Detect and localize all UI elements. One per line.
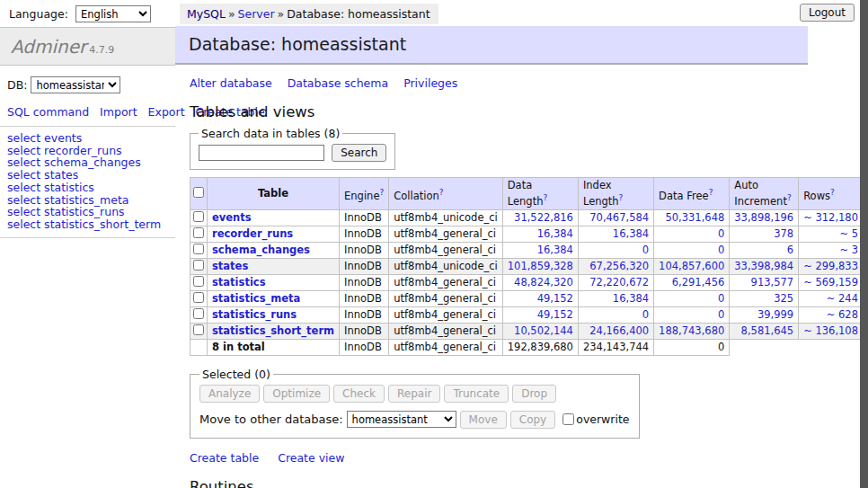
copy-button[interactable]: Copy bbox=[510, 411, 555, 429]
select-all-checkbox[interactable] bbox=[193, 187, 204, 198]
language-select[interactable]: English bbox=[75, 5, 151, 22]
auto-increment-cell-link[interactable]: 8,581,645 bbox=[741, 324, 794, 337]
rows-cell-link[interactable]: ~ 628 bbox=[827, 308, 858, 321]
overwrite-checkbox[interactable] bbox=[562, 413, 574, 425]
search-input[interactable] bbox=[199, 145, 324, 161]
rows-cell: ~ 244 bbox=[799, 290, 864, 306]
index-length-cell-link[interactable]: 16,384 bbox=[613, 227, 649, 240]
drop-button[interactable]: Drop bbox=[512, 385, 556, 403]
data-free-cell-link[interactable]: 0 bbox=[718, 292, 724, 305]
truncate-button[interactable]: Truncate bbox=[444, 385, 509, 403]
row-checkbox-states[interactable] bbox=[193, 260, 204, 271]
data-length-cell: 49,152 bbox=[502, 306, 578, 323]
data-length-cell-link[interactable]: 49,152 bbox=[537, 308, 573, 321]
table-link-states[interactable]: states bbox=[212, 260, 248, 272]
auto-increment-cell-link[interactable]: 325 bbox=[774, 292, 793, 305]
auto-increment-cell-link[interactable]: 33,898,196 bbox=[734, 211, 793, 224]
table-link-schema-changes[interactable]: schema_changes bbox=[212, 244, 310, 256]
sidebar-divider-bottom bbox=[0, 237, 175, 238]
link-create-view[interactable]: Create view bbox=[278, 451, 344, 465]
row-checkbox-recorder-runs[interactable] bbox=[193, 227, 204, 238]
auto-increment-cell-link[interactable]: 913,577 bbox=[751, 276, 794, 288]
data-free-cell-link[interactable]: 188,743,680 bbox=[659, 324, 724, 337]
move-button[interactable]: Move bbox=[460, 411, 507, 429]
rows-cell-link[interactable]: ~ 299,833 bbox=[803, 260, 858, 272]
data-free-cell-link[interactable]: 50,331,648 bbox=[665, 211, 724, 224]
data-length-cell-link[interactable]: 16,384 bbox=[537, 227, 573, 240]
help-link[interactable]: ? bbox=[439, 188, 444, 197]
auto-increment-cell-link[interactable]: 33,398,984 bbox=[734, 260, 793, 272]
index-length-cell-link[interactable]: 67,256,320 bbox=[589, 260, 649, 272]
row-checkbox-statistics-runs[interactable] bbox=[193, 308, 204, 319]
rows-cell-link[interactable]: ~ 312,180 bbox=[803, 211, 858, 224]
table-row-states: statesInnoDButf8mb4_unicode_ci101,859,32… bbox=[190, 258, 868, 274]
data-free-cell-link[interactable]: 0 bbox=[718, 308, 724, 321]
sidebar-link-select-statistics-short-term[interactable]: select statistics_short_term bbox=[7, 217, 161, 231]
rows-cell-link[interactable]: ~ 136,108 bbox=[803, 324, 858, 337]
data-length-cell-link[interactable]: 31,522,816 bbox=[514, 211, 573, 224]
rows-cell-link[interactable]: ~ 3 bbox=[839, 244, 858, 256]
rows-cell-link[interactable]: ~ 244 bbox=[827, 292, 858, 305]
table-link-statistics[interactable]: statistics bbox=[212, 276, 266, 288]
data-free-cell-link[interactable]: 0 bbox=[718, 244, 724, 256]
index-length-cell-link[interactable]: 0 bbox=[642, 308, 649, 321]
data-length-cell-link[interactable]: 101,859,328 bbox=[508, 260, 573, 272]
vertical-scrollbar[interactable] bbox=[860, 0, 868, 488]
table-link-recorder-runs[interactable]: recorder_runs bbox=[212, 227, 293, 240]
app-title[interactable]: Adminer bbox=[11, 36, 86, 58]
auto-increment-cell-link[interactable]: 6 bbox=[787, 244, 793, 256]
breadcrumb-mysql-link[interactable]: MySQL bbox=[187, 7, 226, 21]
table-link-statistics-runs[interactable]: statistics_runs bbox=[212, 308, 297, 321]
help-link[interactable]: ? bbox=[379, 188, 384, 197]
optimize-button[interactable]: Optimize bbox=[263, 385, 330, 403]
data-free-cell: 0 bbox=[654, 242, 730, 258]
analyze-button[interactable]: Analyze bbox=[199, 385, 260, 403]
search-button[interactable]: Search bbox=[332, 144, 386, 162]
sidebar-action-sql-command[interactable]: SQL command bbox=[7, 105, 89, 119]
row-checkbox-schema-changes[interactable] bbox=[193, 244, 204, 254]
row-checkbox-statistics-meta[interactable] bbox=[193, 292, 204, 303]
table-link-statistics-meta[interactable]: statistics_meta bbox=[212, 292, 300, 305]
index-length-cell-link[interactable]: 16,384 bbox=[613, 292, 649, 305]
data-free-cell: 0 bbox=[654, 290, 730, 306]
move-db-select[interactable]: homeassistant bbox=[347, 411, 456, 428]
data-length-cell-link[interactable]: 48,824,320 bbox=[514, 276, 573, 288]
rows-cell-link[interactable]: ~ 569,159 bbox=[803, 276, 858, 288]
help-link[interactable]: ? bbox=[787, 193, 792, 202]
data-free-cell-link[interactable]: 6,291,456 bbox=[672, 276, 725, 288]
link-alter-database[interactable]: Alter database bbox=[190, 76, 272, 90]
logout-button[interactable]: Logout bbox=[800, 4, 855, 22]
auto-increment-cell-link[interactable]: 378 bbox=[774, 227, 793, 240]
data-length-cell-link[interactable]: 16,384 bbox=[537, 244, 573, 256]
sidebar-action-import[interactable]: Import bbox=[100, 105, 137, 119]
help-link[interactable]: ? bbox=[543, 193, 547, 202]
index-length-cell-link[interactable]: 72,220,672 bbox=[589, 276, 649, 288]
index-length-cell-link[interactable]: 0 bbox=[642, 244, 649, 256]
index-length-cell-link[interactable]: 24,166,400 bbox=[589, 324, 649, 337]
table-link-statistics-short-term[interactable]: statistics_short_term bbox=[212, 324, 334, 337]
row-checkbox-statistics[interactable] bbox=[193, 276, 204, 287]
data-length-cell-link[interactable]: 49,152 bbox=[537, 292, 573, 305]
data-free-cell-link[interactable]: 0 bbox=[718, 227, 724, 240]
row-check-cell bbox=[190, 306, 208, 323]
table-row-schema-changes: schema_changesInnoDButf8mb4_general_ci16… bbox=[190, 242, 868, 258]
rows-cell-link[interactable]: ~ 5 bbox=[839, 227, 858, 240]
data-length-cell-link[interactable]: 10,502,144 bbox=[514, 324, 573, 337]
row-checkbox-events[interactable] bbox=[193, 211, 204, 222]
row-checkbox-statistics-short-term[interactable] bbox=[193, 324, 204, 335]
repair-button[interactable]: Repair bbox=[388, 385, 440, 403]
help-link[interactable]: ? bbox=[830, 188, 835, 197]
link-privileges[interactable]: Privileges bbox=[403, 76, 457, 90]
link-create-table[interactable]: Create table bbox=[190, 451, 259, 465]
link-database-schema[interactable]: Database schema bbox=[288, 76, 388, 90]
help-link[interactable]: ? bbox=[619, 193, 624, 202]
help-link[interactable]: ? bbox=[709, 188, 713, 197]
data-free-cell-link[interactable]: 104,857,600 bbox=[659, 260, 724, 272]
db-select[interactable]: homeassistant bbox=[31, 76, 120, 93]
table-link-events[interactable]: events bbox=[212, 211, 252, 224]
check-button[interactable]: Check bbox=[333, 385, 385, 403]
engine-cell: InnoDB bbox=[340, 274, 389, 290]
auto-increment-cell-link[interactable]: 39,999 bbox=[757, 308, 793, 321]
index-length-cell-link[interactable]: 70,467,584 bbox=[589, 211, 649, 224]
breadcrumb-server-link[interactable]: Server bbox=[238, 7, 275, 21]
